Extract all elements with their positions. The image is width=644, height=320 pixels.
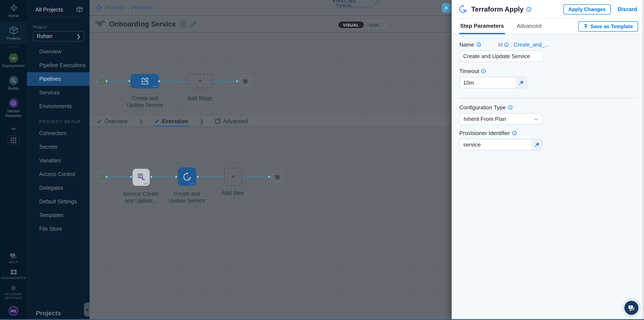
step-id-link[interactable]: Create_and_... <box>514 42 549 48</box>
rail-item-dashboards[interactable]: DASHBOARDS <box>0 267 27 282</box>
provisioner-input[interactable] <box>460 139 532 150</box>
sidebar-item-pipelines[interactable]: Pipelines <box>27 72 90 86</box>
toggle-yaml[interactable]: YAML <box>364 21 385 28</box>
info-icon[interactable] <box>476 42 481 47</box>
timeout-pin-button[interactable] <box>516 77 526 88</box>
id-separator: : <box>510 42 512 48</box>
visual-yaml-toggle: VISUAL YAML <box>338 21 386 29</box>
toggle-visual[interactable]: VISUAL <box>338 21 364 28</box>
code-badge-icon: </> <box>190 182 194 185</box>
apps-grid-icon <box>11 137 16 143</box>
info-icon[interactable] <box>512 131 517 135</box>
breadcrumb-projects-link[interactable]: Projects <box>105 5 124 11</box>
rail-item-deployments[interactable]: ∞ Deployments <box>0 50 27 72</box>
tab-advanced[interactable]: Advanced <box>516 19 542 34</box>
add-stage-button[interactable]: + <box>187 74 213 88</box>
user-avatar[interactable]: RG <box>8 306 18 316</box>
tab-advanced[interactable]: Advanced <box>213 117 250 126</box>
chevron-down-icon <box>11 127 16 130</box>
sidebar-item-environments[interactable]: Environments <box>27 100 90 113</box>
info-icon[interactable] <box>481 69 486 73</box>
discard-button[interactable]: Discard <box>618 6 637 12</box>
drawer-tab-bar: Step Parameters Advanced Save as Templat… <box>452 19 644 35</box>
connector-line <box>108 177 129 177</box>
sidebar-item-services[interactable]: Services <box>27 86 90 100</box>
timeout-input[interactable] <box>460 77 516 88</box>
close-studio-button[interactable]: ✕ <box>442 3 451 13</box>
config-type-select[interactable]: Inherit From Plan <box>459 113 542 125</box>
provisioner-field-label: Provisioner Identifier <box>459 130 636 136</box>
apps-grid-button[interactable] <box>0 134 27 147</box>
connector-port <box>268 175 271 179</box>
rail-item-account-settings[interactable]: ⚙ ACCOUNT SETTINGS <box>0 282 27 302</box>
connector-port <box>236 79 239 83</box>
help-chat-button[interactable]: ? <box>624 301 638 315</box>
deployments-icon: ∞ <box>8 53 18 62</box>
stage-tab-bar: Overview ❯ Execution ❯ Advanced <box>90 117 452 127</box>
tab-execution[interactable]: Execution <box>153 117 190 126</box>
tab-overview[interactable]: Overview <box>96 117 129 126</box>
name-input[interactable] <box>459 50 542 62</box>
sidebar-item-variables[interactable]: Variables <box>27 154 90 168</box>
breadcrumb-pipelines-link[interactable]: Pipelines <box>131 5 152 11</box>
sidebar-item-access-control[interactable]: Access Control <box>27 168 90 181</box>
rail-item-projects[interactable]: Projects <box>0 22 27 44</box>
sidebar-item-default-settings[interactable]: Default Settings <box>27 195 90 209</box>
notes-icon[interactable] <box>180 21 186 27</box>
pipeline-title-bar: Onboarding Service <box>90 16 452 33</box>
sidebar-item-secrets[interactable]: Secrets <box>27 140 90 154</box>
all-projects-link[interactable]: All Projects <box>36 6 63 13</box>
rail-bottom-group: ? HELP DASHBOARDS ⚙ ACCOUNT SETTINGS RG <box>0 250 27 320</box>
info-icon[interactable] <box>508 105 513 110</box>
step-node-terraform-apply-selected[interactable]: </> <box>178 168 196 186</box>
stage-node-create-and-update-service[interactable]: </> </> <box>130 74 159 88</box>
provisioner-pin-button[interactable] <box>532 139 542 150</box>
rail-item-help[interactable]: ? HELP <box>0 250 27 267</box>
pipeline-canvas: Projects › Pipelines › PIPELINE STUDIO ✕… <box>90 0 452 320</box>
save-as-template-button[interactable]: Save as Template <box>578 21 638 32</box>
tab-step-parameters[interactable]: Step Parameters <box>459 19 505 34</box>
drawer-title: Terraform Apply <box>471 5 524 13</box>
rail-item-label: Projects <box>6 36 20 41</box>
connector-port <box>196 175 200 179</box>
rail-item-builds[interactable]: Builds <box>0 72 27 94</box>
pipeline-end-node[interactable] <box>240 76 251 87</box>
svg-text:?: ? <box>11 253 14 257</box>
sidebar-item-file-store[interactable]: File Store <box>27 222 90 236</box>
project-selector[interactable]: Rohan ❯ <box>33 31 84 42</box>
apply-changes-button[interactable]: Apply Changes <box>564 4 611 14</box>
connector-line <box>108 81 129 82</box>
sidebar-item-templates[interactable]: Templates <box>27 209 90 222</box>
add-step-button[interactable]: + <box>224 168 242 186</box>
sidebar-item-connectors[interactable]: Connectors <box>27 126 90 140</box>
sidebar-item-overview[interactable]: Overview <box>27 45 90 59</box>
advanced-settings-icon <box>215 118 220 124</box>
step2-label: Create andUpdate Service <box>161 191 212 204</box>
connector-port <box>129 175 133 179</box>
config-type-field-label: Configuration Type <box>459 104 636 111</box>
chevron-separator: › <box>127 5 128 11</box>
rail-item-service-reliability[interactable]: Service Reliability <box>0 94 27 122</box>
rail-item-home[interactable]: Home <box>0 0 27 22</box>
sidebar-item-delegates[interactable]: Delegates <box>27 181 90 195</box>
info-icon[interactable] <box>526 7 531 12</box>
rail-collapse-toggle[interactable] <box>0 122 27 134</box>
step-node-terraform-plan[interactable]: </> <box>133 169 150 186</box>
chevron-left-icon <box>86 308 88 311</box>
info-icon[interactable] <box>504 42 509 47</box>
edit-pencil-icon[interactable] <box>190 21 196 27</box>
rail-item-label: Builds <box>8 86 18 91</box>
project-setup-heading: PROJECT SETUP <box>27 119 90 124</box>
check-icon <box>154 119 159 123</box>
drawer-scrollbar[interactable] <box>642 0 644 320</box>
connector-line <box>161 81 186 82</box>
check-icon <box>97 119 102 123</box>
terraform-plan-icon <box>137 173 146 182</box>
execution-end-node[interactable] <box>272 171 283 183</box>
sidebar-collapse-handle[interactable] <box>84 302 90 316</box>
pipeline-studio-badge: PIPELINE STUDIO <box>332 0 379 7</box>
drawer-header: Terraform Apply Apply Changes Discard <box>452 0 644 19</box>
home-icon <box>9 4 18 12</box>
sidebar-item-pipeline-executions[interactable]: Pipeline Executions <box>27 59 90 72</box>
connector-port <box>157 79 161 83</box>
